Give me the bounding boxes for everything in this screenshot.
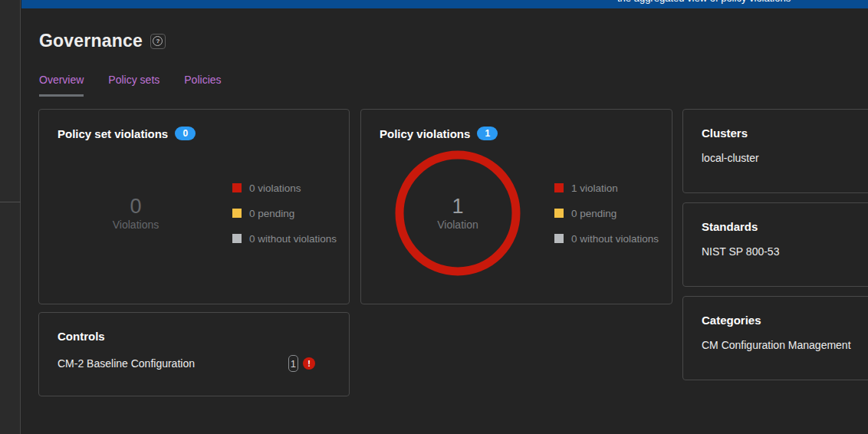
violations-swatch	[554, 183, 564, 192]
policy-set-legend: 0 violations 0 pending 0 without violati…	[232, 182, 337, 245]
donut-center: 1 Violation	[404, 196, 511, 231]
legend-item: 0 without violations	[232, 233, 337, 245]
page-title: Governance	[39, 31, 143, 51]
without-violations-swatch	[232, 234, 242, 243]
legend-item: 1 violation	[554, 182, 659, 194]
tab-policy-sets[interactable]: Policy sets	[108, 69, 159, 97]
policy-set-violations-body: 0 Violations 0 violations 0 pending 0 wi…	[39, 140, 349, 286]
legend-item: 0 pending	[232, 208, 337, 219]
page-header: Governance ?	[21, 8, 868, 51]
policy-set-violations-badge: 0	[175, 127, 196, 140]
collapsed-side-nav	[0, 0, 21, 434]
pending-swatch	[554, 209, 564, 218]
violations-swatch	[232, 183, 242, 192]
donut-value: 0	[82, 196, 189, 219]
legend-label[interactable]: 0 without violations	[571, 233, 659, 245]
donut-center: 0 Violations	[82, 196, 189, 231]
legend-label[interactable]: 0 pending	[249, 208, 294, 219]
without-violations-swatch	[554, 234, 564, 243]
controls-title: Controls	[39, 313, 349, 343]
masthead-banner-text: the aggregated view of policy violations	[617, 0, 791, 4]
legend-label[interactable]: 0 violations	[249, 182, 301, 194]
tab-policies[interactable]: Policies	[184, 69, 221, 97]
policy-set-violations-title: Policy set violations	[58, 127, 168, 140]
policy-violations-body: 1 Violation 1 violation 0 pending 0 with…	[361, 140, 672, 286]
help-icon[interactable]: ?	[150, 34, 166, 49]
governance-page: Governance ? Overview Policy sets Polici…	[21, 8, 868, 434]
standards-title: Standards	[683, 203, 868, 233]
policy-violations-card: Policy violations 1 1 Violation 1 violat…	[360, 109, 672, 304]
controls-row: CM-2 Baseline Configuration 1 !	[39, 343, 349, 372]
masthead-banner: the aggregated view of policy violations	[21, 0, 868, 8]
card-title: Policy violations 1	[361, 110, 672, 140]
policy-violations-badge: 1	[477, 127, 498, 140]
clusters-card: Clusters local-cluster	[682, 109, 868, 193]
legend-item: 0 without violations	[554, 233, 659, 245]
policy-violations-legend: 1 violation 0 pending 0 without violatio…	[554, 182, 659, 245]
category-link[interactable]: CM Configuration Management	[683, 327, 868, 351]
clusters-title: Clusters	[683, 110, 868, 140]
violation-count-pill: 1	[288, 355, 298, 372]
legend-item: 0 violations	[232, 182, 337, 194]
control-link[interactable]: CM-2 Baseline Configuration	[58, 357, 195, 370]
standards-card: Standards NIST SP 800-53	[682, 202, 868, 287]
policy-violations-title: Policy violations	[380, 127, 470, 140]
controls-card: Controls CM-2 Baseline Configuration 1 !	[38, 312, 350, 396]
donut-label: Violation	[404, 219, 511, 231]
policy-set-violations-card: Policy set violations 0 0 Violations 0 v…	[38, 109, 350, 304]
governance-tabs: Overview Policy sets Policies	[39, 69, 246, 97]
exclamation-circle-icon: !	[303, 357, 315, 370]
legend-item: 0 pending	[554, 208, 659, 219]
categories-title: Categories	[683, 297, 868, 327]
tab-overview[interactable]: Overview	[39, 69, 84, 97]
cluster-link[interactable]: local-cluster	[683, 140, 868, 164]
legend-label[interactable]: 0 pending	[571, 208, 616, 219]
categories-card: Categories CM Configuration Management	[682, 296, 868, 380]
legend-label[interactable]: 0 without violations	[249, 233, 337, 245]
side-nav-divider	[0, 202, 21, 202]
control-violation-count[interactable]: 1 !	[288, 355, 315, 372]
standard-link[interactable]: NIST SP 800-53	[683, 233, 868, 258]
donut-value: 1	[404, 196, 511, 219]
card-title: Policy set violations 0	[39, 110, 349, 140]
policy-violations-donut-chart: 1 Violation	[361, 150, 554, 276]
question-circle-icon: ?	[153, 36, 163, 46]
legend-label[interactable]: 1 violation	[571, 182, 618, 194]
pending-swatch	[232, 209, 242, 218]
donut-label: Violations	[82, 219, 189, 231]
